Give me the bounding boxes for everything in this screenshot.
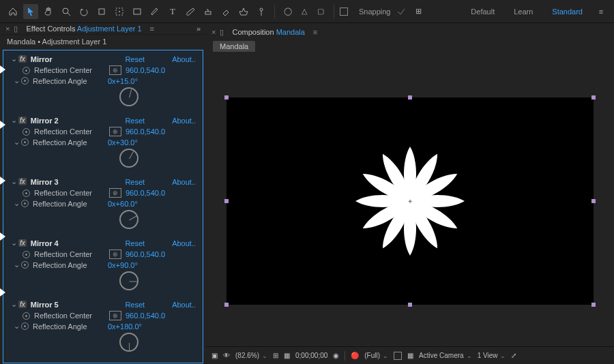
channel-icon[interactable]: 🔴: [351, 352, 359, 359]
workspace-menu-icon[interactable]: ≡: [594, 4, 609, 19]
stopwatch-icon[interactable]: [23, 128, 30, 136]
bbox-handle[interactable]: [224, 95, 229, 100]
puppet-tool-icon[interactable]: [254, 4, 269, 19]
stopwatch-icon[interactable]: [21, 261, 29, 269]
fx-icon[interactable]: fx: [18, 239, 27, 247]
timecode[interactable]: 0;00;00;00: [295, 352, 327, 359]
resolution-dropdown[interactable]: (Full): [364, 352, 388, 359]
point-picker-icon[interactable]: ⊕: [109, 127, 121, 136]
reflection-angle-value[interactable]: 0x+90.0°: [108, 261, 138, 269]
about-link[interactable]: About..: [172, 178, 196, 186]
twirl-icon[interactable]: ⌄: [13, 322, 20, 331]
grid-layout-icon[interactable]: ⊞: [273, 352, 278, 359]
camera-dropdown[interactable]: Active Camera: [419, 352, 472, 359]
reflection-center-value[interactable]: 960.0,540.0: [126, 66, 165, 74]
alpha-toggle-icon[interactable]: ▣: [211, 352, 218, 359]
overflow-icon[interactable]: »: [196, 25, 201, 33]
effect-name[interactable]: Mirror 2: [31, 117, 59, 125]
bbox-handle[interactable]: [408, 303, 412, 307]
bbox-handle[interactable]: [224, 303, 229, 307]
bbox-handle[interactable]: [408, 95, 412, 100]
stopwatch-icon[interactable]: [23, 67, 30, 74]
reflection-center-value[interactable]: 960.0,540.0: [126, 312, 165, 320]
clone-stamp-tool-icon[interactable]: [201, 4, 216, 19]
reflection-center-value[interactable]: 960.0,540.0: [126, 250, 165, 258]
composition-canvas[interactable]: ✦: [226, 97, 594, 305]
workspace-default[interactable]: Default: [463, 5, 503, 18]
point-picker-icon[interactable]: ⊕: [109, 188, 121, 198]
stopwatch-icon[interactable]: [23, 251, 30, 258]
twirl-icon[interactable]: ⌄: [13, 199, 20, 208]
orbit-tool-icon[interactable]: [76, 4, 91, 19]
workspace-learn[interactable]: Learn: [506, 5, 541, 18]
reset-link[interactable]: Reset: [125, 178, 145, 186]
effect-controls-tab[interactable]: Effect Controls Adjustment Layer 1: [22, 23, 145, 34]
angle-dial[interactable]: [119, 87, 138, 106]
reset-link[interactable]: Reset: [125, 301, 145, 309]
snap-depth-icon[interactable]: ⊞: [411, 4, 426, 19]
reflection-center-value[interactable]: 960.0,540.0: [126, 127, 165, 136]
twirl-icon[interactable]: ⌄: [10, 239, 17, 247]
reflection-angle-value[interactable]: 0x+30.0°: [108, 138, 138, 147]
panel-menu-icon[interactable]: ≡: [150, 25, 154, 33]
eraser-tool-icon[interactable]: [218, 4, 233, 19]
angle-dial[interactable]: [119, 210, 138, 229]
selection-tool-icon[interactable]: [23, 4, 38, 19]
reflection-angle-value[interactable]: 0x+15.0°: [108, 77, 138, 85]
type-tool-icon[interactable]: T: [165, 4, 180, 19]
about-link[interactable]: About..: [172, 239, 196, 247]
stopwatch-icon[interactable]: [21, 200, 29, 207]
angle-dial[interactable]: [119, 333, 138, 352]
fx-icon[interactable]: fx: [18, 55, 27, 63]
grid-options-icon[interactable]: ▦: [284, 352, 290, 359]
nested-comp-tab[interactable]: Mandala: [213, 41, 255, 52]
snap-option-icon[interactable]: [394, 4, 409, 19]
effect-name[interactable]: Mirror 5: [31, 301, 59, 309]
panel-menu-icon[interactable]: ≡: [313, 28, 317, 36]
stopwatch-icon[interactable]: [21, 138, 29, 146]
lock-icon[interactable]: ▯: [14, 25, 18, 33]
reflection-center-value[interactable]: 960.0,540.0: [126, 189, 165, 197]
transparency-grid-icon[interactable]: ▦: [407, 352, 413, 359]
reset-link[interactable]: Reset: [125, 117, 145, 125]
about-link[interactable]: About..: [172, 117, 196, 125]
point-picker-icon[interactable]: ⊕: [109, 249, 121, 259]
pen-tool-icon[interactable]: [147, 4, 162, 19]
reset-link[interactable]: Reset: [125, 55, 145, 63]
effect-name[interactable]: Mirror 4: [31, 239, 59, 247]
rotate-tool-icon[interactable]: [94, 4, 109, 19]
twirl-icon[interactable]: ⌄: [13, 138, 20, 147]
roto-brush-tool-icon[interactable]: [236, 4, 251, 19]
rect-tool-icon[interactable]: [130, 4, 145, 19]
reflection-angle-value[interactable]: 0x+60.0°: [108, 200, 138, 208]
angle-dial[interactable]: [119, 149, 138, 168]
fx-icon[interactable]: fx: [18, 178, 27, 185]
close-icon[interactable]: ×: [211, 28, 216, 36]
magnification-dropdown[interactable]: (82.6%): [235, 352, 267, 359]
snapping-checkbox[interactable]: [340, 7, 348, 16]
effect-name[interactable]: Mirror 3: [31, 178, 59, 186]
views-dropdown[interactable]: 1 View: [478, 352, 506, 359]
composition-viewer[interactable]: ✦: [206, 56, 614, 346]
twirl-icon[interactable]: ⌄: [10, 177, 17, 186]
about-link[interactable]: About..: [172, 301, 196, 309]
about-link[interactable]: About..: [172, 55, 196, 63]
close-icon[interactable]: ×: [5, 25, 10, 33]
expand-viewer-icon[interactable]: ⤢: [511, 352, 516, 359]
hand-tool-icon[interactable]: [41, 4, 56, 19]
twirl-icon[interactable]: ⌄: [13, 260, 20, 269]
effect-name[interactable]: Mirror: [31, 55, 53, 63]
twirl-icon[interactable]: ⌄: [10, 55, 17, 63]
twirl-icon[interactable]: ⌄: [10, 300, 17, 309]
composition-tab[interactable]: Composition Mandala: [228, 27, 308, 37]
mask-toggle-icon[interactable]: 👁: [223, 352, 230, 359]
bbox-handle[interactable]: [591, 95, 596, 100]
fx-icon[interactable]: fx: [18, 117, 27, 124]
brush-tool-icon[interactable]: [183, 4, 198, 19]
fx-icon[interactable]: fx: [18, 301, 27, 308]
point-picker-icon[interactable]: ⊕: [109, 65, 121, 75]
bbox-handle[interactable]: [224, 199, 229, 203]
stopwatch-icon[interactable]: [23, 312, 30, 320]
roi-icon[interactable]: [394, 352, 402, 360]
angle-dial[interactable]: [119, 271, 138, 290]
